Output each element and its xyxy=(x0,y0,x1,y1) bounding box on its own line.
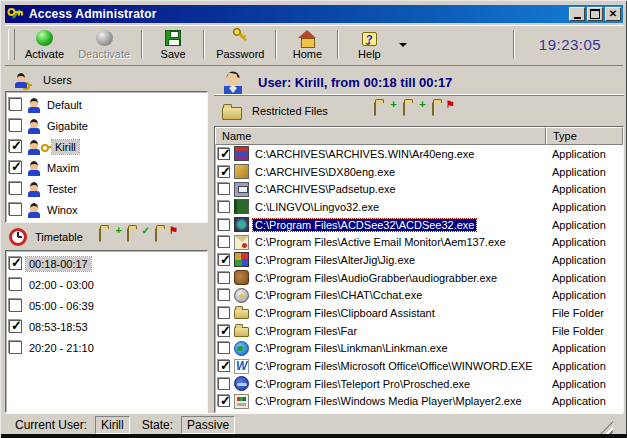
file-checkbox[interactable] xyxy=(218,378,230,390)
user-checkbox[interactable] xyxy=(9,203,22,216)
resize-grip[interactable] xyxy=(599,421,613,435)
user-checkbox[interactable] xyxy=(9,140,22,153)
help-button[interactable]: ? Help xyxy=(343,27,395,62)
file-checkbox[interactable] xyxy=(218,254,230,266)
activate-button[interactable]: Activate xyxy=(18,27,71,62)
user-summary-header: User: Kirill, from 00:18 till 00:17 xyxy=(214,69,624,96)
file-checkbox[interactable] xyxy=(218,236,230,248)
maximize-button[interactable] xyxy=(587,7,603,21)
table-row[interactable]: C:\LINGVO\Lingvo32.exe Application xyxy=(215,198,623,216)
file-checkbox[interactable] xyxy=(218,148,230,160)
table-row[interactable]: C:\Program Files\AlterJig\Jig.exe Applic… xyxy=(215,251,623,269)
period-checkbox[interactable] xyxy=(9,341,22,354)
app-keys-icon xyxy=(7,7,25,21)
file-checkbox[interactable] xyxy=(218,395,230,407)
file-checkbox[interactable] xyxy=(218,325,230,337)
column-header-row: Name Type xyxy=(215,127,623,145)
add-file-button[interactable] xyxy=(374,103,394,120)
state-label: State: xyxy=(142,418,173,432)
table-row[interactable]: C:\Program Files\ACDSee32\ACDSee32.exe A… xyxy=(215,216,623,234)
file-checkbox[interactable] xyxy=(218,342,230,354)
file-checkbox[interactable] xyxy=(218,201,230,213)
file-path: C:\ARCHIVES\ARCHIVES.WIN\Ar40eng.exe xyxy=(253,148,476,160)
table-row[interactable]: C:\Program Files\Far File Folder xyxy=(215,322,623,340)
timetable-list-item[interactable]: 08:53-18:53 xyxy=(6,316,207,337)
timetable-list: 00:18-00:17 02:00 - 03:00 05:00 - 06:39 … xyxy=(5,250,208,413)
period-range: 05:00 - 06:39 xyxy=(26,299,97,313)
user-checkbox[interactable] xyxy=(9,98,22,111)
file-checkbox[interactable] xyxy=(218,360,230,372)
add-folder-button[interactable] xyxy=(403,103,423,120)
file-checkbox[interactable] xyxy=(218,289,230,301)
apply-period-icon xyxy=(127,228,129,242)
table-row[interactable]: C:\Program Files\Clipboard Assistant Fil… xyxy=(215,304,623,322)
table-row[interactable]: C:\Program Files\AudioGrabber\audiograbb… xyxy=(215,269,623,287)
period-checkbox[interactable] xyxy=(9,257,22,270)
apply-period-button[interactable] xyxy=(127,229,147,246)
timetable-list-item[interactable]: 02:00 - 03:00 xyxy=(6,274,207,295)
table-row[interactable]: C:\ARCHIVES\Padsetup.exe Application xyxy=(215,180,623,198)
file-path: C:\Program Files\Far xyxy=(253,325,359,337)
table-row[interactable]: C:\Program Files\Microsoft Office\Office… xyxy=(215,357,623,375)
period-checkbox[interactable] xyxy=(9,320,22,333)
remove-period-button[interactable] xyxy=(155,229,175,246)
user-list-item[interactable]: Kirill xyxy=(6,136,207,157)
table-row[interactable]: C:\Program Files\Teleport Pro\Prosched.e… xyxy=(215,375,623,393)
user-list-item[interactable]: Winox xyxy=(6,199,207,220)
column-header-name[interactable]: Name xyxy=(215,127,546,145)
file-path: C:\Program Files\Microsoft Office\Office… xyxy=(253,360,535,372)
user-summary-text: User: Kirill, from 00:18 till 00:17 xyxy=(258,75,452,90)
restricted-files-rows: C:\ARCHIVES\ARCHIVES.WIN\Ar40eng.exe App… xyxy=(215,145,623,410)
close-button[interactable] xyxy=(605,7,621,21)
file-path: C:\Program Files\AlterJig\Jig.exe xyxy=(253,254,417,266)
file-type: Application xyxy=(552,289,606,301)
file-checkbox[interactable] xyxy=(218,307,230,319)
password-button[interactable]: Password xyxy=(209,27,271,62)
timetable-list-item[interactable]: 00:18-00:17 xyxy=(6,253,207,274)
home-button[interactable]: Home xyxy=(281,27,333,62)
table-row[interactable]: C:\Program Files\Active Email Monitor\Ae… xyxy=(215,233,623,251)
file-type: Application xyxy=(552,254,606,266)
user-list-item[interactable]: Maxim xyxy=(6,157,207,178)
table-row[interactable]: C:\Program Files\CHAT\Cchat.exe Applicat… xyxy=(215,287,623,305)
status-bar: Current User: Kirill State: Passive xyxy=(5,413,623,435)
file-checkbox[interactable] xyxy=(218,166,230,178)
period-checkbox[interactable] xyxy=(9,299,22,312)
save-button[interactable]: Save xyxy=(147,27,199,62)
table-row[interactable]: C:\ARCHIVES\ARCHIVES.WIN\Ar40eng.exe App… xyxy=(215,145,623,163)
timetable-list-item[interactable]: 05:00 - 06:39 xyxy=(6,295,207,316)
file-path: C:\Program Files\Active Email Monitor\Ae… xyxy=(253,236,508,248)
table-row[interactable]: C:\Program Files\Linkman\Linkman.exe App… xyxy=(215,340,623,358)
toolbar-gripper[interactable] xyxy=(8,29,15,60)
table-row[interactable]: C:\Program Files\Windows Media Player\Mp… xyxy=(215,393,623,411)
period-range: 20:20 - 21:10 xyxy=(26,341,97,355)
title-bar[interactable]: Access Administrator xyxy=(5,5,623,23)
activate-sphere-icon xyxy=(36,30,53,46)
file-checkbox[interactable] xyxy=(218,183,230,195)
user-list-item[interactable]: Default xyxy=(6,94,207,115)
window-title: Access Administrator xyxy=(29,7,157,21)
add-file-icon xyxy=(374,102,376,116)
table-row[interactable]: C:\ARCHIVES\DX80eng.exe Application xyxy=(215,163,623,181)
timetable-list-item[interactable]: 20:20 - 21:10 xyxy=(6,337,207,358)
column-header-type[interactable]: Type xyxy=(546,127,623,145)
help-dropdown-arrow[interactable] xyxy=(395,27,411,62)
remove-entry-button[interactable] xyxy=(432,103,452,120)
minimize-button[interactable] xyxy=(569,7,585,21)
file-checkbox[interactable] xyxy=(218,272,230,284)
user-checkbox[interactable] xyxy=(9,182,22,195)
file-path: C:\ARCHIVES\DX80eng.exe xyxy=(253,166,397,178)
user-list-item[interactable]: Gigabite xyxy=(6,115,207,136)
help-icon: ? xyxy=(362,32,377,46)
file-type: Application xyxy=(552,166,606,178)
user-checkbox[interactable] xyxy=(9,119,22,132)
folder-icon xyxy=(234,309,249,319)
add-period-button[interactable] xyxy=(99,229,119,246)
add-period-icon xyxy=(99,228,101,242)
user-list-item[interactable]: Tester xyxy=(6,178,207,199)
period-checkbox[interactable] xyxy=(9,278,22,291)
user-checkbox[interactable] xyxy=(9,161,22,174)
user-icon xyxy=(26,181,42,197)
file-checkbox[interactable] xyxy=(218,219,230,231)
directx-icon xyxy=(234,164,249,179)
